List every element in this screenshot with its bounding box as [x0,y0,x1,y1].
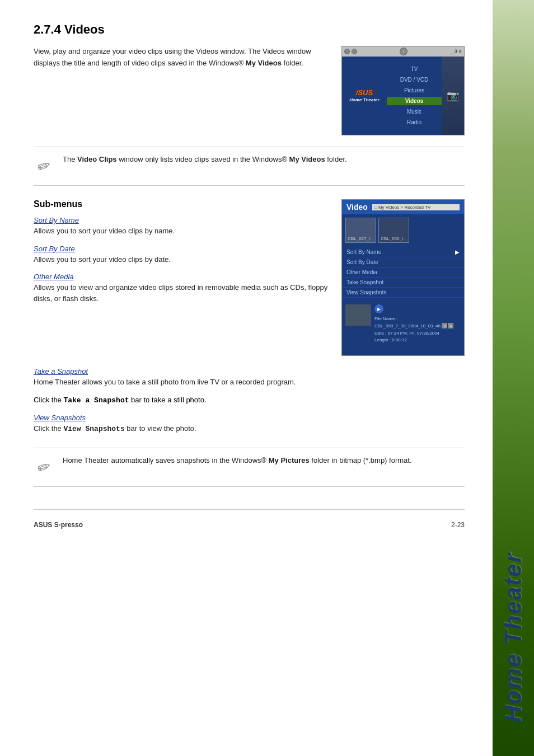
video-app-screenshot: Video □ My Videos > Recorded TV CBL_027_… [341,199,465,356]
sort-by-name-link[interactable]: Sort By Name [34,216,79,224]
ht-close-label: _ ∂ X [451,49,462,54]
ht-menu-pictures: Pictures [387,86,442,95]
ht-logo-area: /SUS Home Theater [342,57,387,135]
right-sidebar: Home Theater [493,0,534,756]
intro-body: View, play and organize your video clips… [34,47,311,67]
sort-by-name-desc: Allows you to sort your video clips by n… [34,226,330,237]
submenu-item-sort-by-name: Sort By Name Allows you to sort your vid… [34,216,330,237]
vsm-sort-by-date: Sort By Date [342,257,464,267]
sort-by-date-link[interactable]: Sort By Date [34,245,75,253]
video-detail-info: ▶ File Name : CBL_050_7_30_2004_10_03_46… [374,304,461,344]
other-sections: Take a Snapshot Home Theater allows you … [34,367,465,434]
ht-body: /SUS Home Theater TV DVD / VCD Pictures … [342,57,464,135]
submenus-title: Sub-menus [34,199,330,209]
ht-menu-radio: Radio [387,118,442,126]
video-thumbs-area: CBL_027_/... CBL_050_/... [342,214,464,246]
ht-titlebar: i _ ∂ X [342,46,464,57]
footer: ASUS S-presso 2-23 [34,509,465,529]
video-thumb-1: CBL_027_/... [345,218,376,243]
video-file-info: File Name : CBL_050_7_30_2004_10_03_46 ∨… [374,316,461,344]
ht-btn-min [352,49,357,54]
top-section: View, play and organize your video clips… [34,46,465,135]
note-box-2: ✏ Home Theater automatically saves snaps… [34,448,465,487]
video-detail-area: ▶ File Name : CBL_050_7_30_2004_10_03_46… [342,301,464,348]
video-header-label: Video [346,203,368,212]
note-box-1: ✏ The Video Clips window only lists vide… [34,147,465,186]
note-text-2: Home Theater automatically saves snapsho… [63,455,412,467]
ht-app-screenshot: i _ ∂ X /SUS Home Theater TV DVD / VCD P… [341,46,465,135]
video-play-btn[interactable]: ▶ [374,304,383,313]
vsm-take-snapshot: Take Snapshot [342,278,464,288]
video-path: □ My Videos > Recorded TV [372,204,460,210]
submenu-item-take-snapshot: Take a Snapshot Home Theater allows you … [34,367,465,388]
other-media-link[interactable]: Other Media [34,273,74,281]
take-snapshot-desc: Home Theater allows you to take a still … [34,377,465,388]
take-snapshot-link[interactable]: Take a Snapshot [34,367,88,375]
sidebar-brand-text: Home Theater [500,552,527,722]
note-text-1: The Video Clips window only lists video … [63,154,347,166]
video-detail-thumb [345,304,371,326]
note-icon-2: ✏ [34,455,54,480]
video-thumb-2: CBL_050_/... [378,218,409,243]
video-sidebar-menu: Sort By Name▶ Sort By Date Other Media T… [342,246,464,299]
vsm-other-media: Other Media [342,267,464,278]
section-heading: 2.7.4 Videos [34,22,465,37]
view-snapshots-link[interactable]: View Snapshots [34,414,86,422]
pencil-icon-2: ✏ [35,457,53,478]
submenus-text: Sub-menus Sort By Name Allows you to sor… [34,199,330,356]
ht-menu-videos: Videos [387,97,442,105]
ht-menu-music: Music [387,107,442,116]
ht-logo: /SUS Home Theater [349,88,379,102]
intro-text: View, play and organize your video clips… [34,46,330,135]
vsm-view-snapshots: View Snapshots [342,288,464,298]
ht-menu: TV DVD / VCD Pictures Videos Music Radio [387,57,442,135]
footer-right: 2-23 [451,521,465,529]
submenu-item-view-snapshots: View Snapshots Click the View Snapshots … [34,414,465,435]
ht-menu-tv: TV [387,65,442,73]
note-icon-1: ✏ [34,154,54,179]
section-number: 2.7.4 Videos [34,22,105,37]
video-app-header: Video □ My Videos > Recorded TV [342,200,464,214]
submenu-item-other-media: Other Media Allows you to view and organ… [34,273,330,304]
ht-btn-info: i [400,48,407,55]
ht-btn-close [344,49,350,54]
vsm-sort-by-name: Sort By Name▶ [342,247,464,257]
submenu-item-sort-by-date: Sort By Date Allows you to sort your vid… [34,245,330,265]
ht-menu-dvd: DVD / VCD [387,76,442,84]
ht-right-panel: 📷 [442,57,464,135]
take-snapshot-click: Click the Take a Snapshot bar to take a … [34,396,465,405]
view-snapshots-desc: Click the View Snapshots bar to view the… [34,423,465,435]
sort-by-date-desc: Allows you to sort your video clips by d… [34,254,330,265]
submenus-section: Sub-menus Sort By Name Allows you to sor… [34,199,465,356]
other-media-desc: Allows you to view and organize video cl… [34,282,330,304]
pencil-icon: ✏ [35,156,53,177]
footer-left: ASUS S-presso [34,521,83,529]
